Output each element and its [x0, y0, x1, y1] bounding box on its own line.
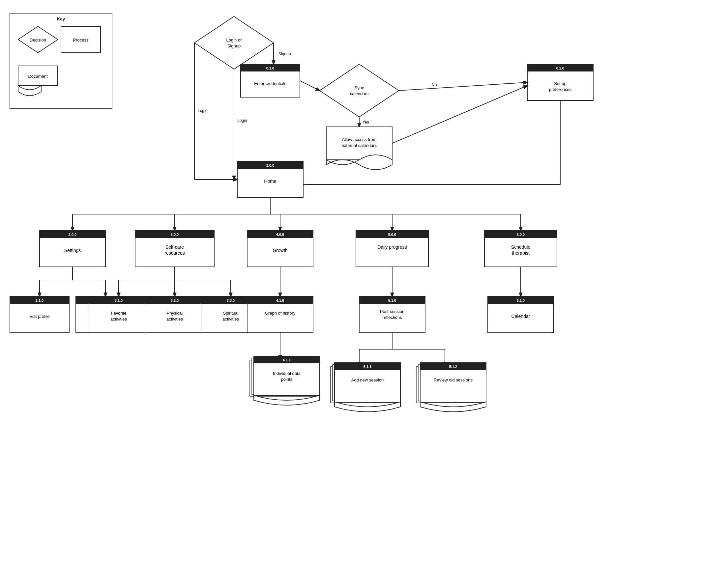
edit-profile-id: 2.1.0	[36, 298, 44, 302]
add-session-id: 5.1.1	[364, 365, 371, 369]
svg-line-9	[300, 81, 320, 91]
edit-profile-label: Edit profile	[29, 314, 49, 319]
sync-calendars-label: Sync	[355, 85, 364, 90]
fav-activities-label: Favorite	[111, 310, 127, 315]
legend-document-label: Document	[28, 74, 48, 79]
physical-activities-label2: activities	[166, 316, 183, 321]
post-session-id: 5.1.0	[388, 298, 396, 302]
set-up-prefs-label: Set up	[554, 81, 567, 86]
legend-decision-label: Decision	[30, 38, 46, 43]
calendar-label: Calendar	[511, 313, 530, 319]
review-sessions-label: Review old sessions	[434, 377, 473, 382]
individual-data-label: Individual data	[273, 371, 301, 376]
signup-label: Signup	[278, 52, 291, 56]
sync-calendars-label2: calendars	[350, 91, 369, 96]
login-signup-label: Login or	[226, 38, 242, 43]
graph-history-id: 4.1.0	[276, 298, 284, 302]
post-session-label2: reflections	[382, 315, 402, 320]
spiritual-activities-label2: activities	[222, 316, 239, 321]
svg-marker-8	[320, 64, 399, 117]
login-label: Login	[237, 118, 247, 123]
add-session-label: Add new session	[351, 377, 384, 382]
home-id: 1.0.0	[266, 163, 274, 167]
schedule-therapist-label: Schedule	[511, 245, 531, 250]
post-session-label: Post-session	[380, 309, 404, 314]
enter-credentials-label: Enter credentials	[254, 81, 286, 86]
legend-title: Key	[57, 16, 65, 21]
self-care-label: Self-care	[165, 245, 184, 250]
physical-activities-label: Physical	[167, 310, 183, 315]
daily-progress-label: Daily progress	[377, 245, 407, 250]
growth-id: 4.0.0	[276, 233, 284, 237]
svg-line-12	[399, 82, 527, 91]
settings-id: 2.0.0	[69, 233, 76, 237]
schedule-therapist-id: 6.0.0	[517, 233, 525, 237]
individual-data-label2: points	[281, 377, 293, 382]
svg-line-15	[392, 86, 527, 143]
spiritual-activities-label: Spiritual	[223, 310, 239, 315]
individual-data-id: 4.1.1	[283, 358, 291, 362]
fav-activities-label2: activities	[110, 316, 127, 321]
allow-access-label: Allow access from	[342, 137, 377, 142]
growth-label: Growth	[273, 248, 287, 253]
fav-activities-id: 3.1.0	[115, 298, 123, 302]
home-label: Home	[264, 179, 277, 184]
set-up-prefs-id: 0.2.0	[556, 66, 564, 70]
no-label: No	[432, 83, 437, 87]
physical-activities-id: 3.2.0	[171, 298, 179, 302]
review-sessions-id: 5.1.2	[449, 365, 457, 369]
enter-credentials-id: 0.1.0	[266, 66, 274, 70]
spiritual-activities-id: 3.3.0	[227, 298, 235, 302]
set-up-prefs-label2: preferences	[549, 87, 572, 92]
login-label2: Login	[198, 108, 207, 113]
settings-label: Settings	[64, 248, 81, 253]
schedule-therapist-label2: therapist	[512, 251, 530, 256]
yes-label: Yes	[363, 120, 369, 125]
graph-history-label: Graph of history	[265, 310, 296, 315]
calendar-id: 6.1.0	[517, 298, 525, 302]
daily-progress-id: 5.0.0	[388, 233, 396, 237]
self-care-label2: resources	[164, 251, 185, 256]
self-care-id: 3.0.0	[171, 233, 179, 237]
legend-process-label: Process	[73, 38, 89, 43]
allow-access-label2: external calendars	[342, 143, 377, 148]
